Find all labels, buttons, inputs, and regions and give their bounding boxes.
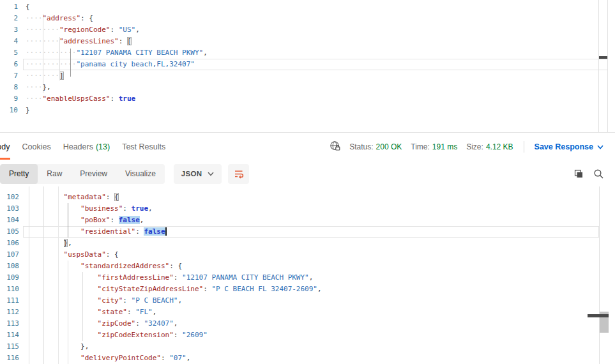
view-switcher: Pretty Raw Preview Visualize [0,164,165,184]
code-line[interactable]: 102 "metadata": { [0,192,615,203]
code-text: "zipCode": "32407", [26,319,178,328]
line-number: 7 [0,70,18,82]
wrap-text-button[interactable] [228,164,249,184]
response-toolbar: Pretty Raw Preview Visualize JSON [0,161,615,186]
code-line[interactable]: 8····}, [0,82,615,93]
line-number: 115 [0,341,19,353]
code-line[interactable]: 4········"addressLines": [ [0,36,615,47]
code-line[interactable]: 1{ [0,1,615,13]
status-badge: Status: 200 OK [349,142,402,151]
code-text: "residential": false [26,227,167,236]
code-text: ········"addressLines": [ [26,37,132,45]
time-value: 191 ms [432,142,457,151]
code-text: "state": "FL", [26,308,156,316]
line-number: 103 [0,203,19,215]
code-text: ············"12107 PANAMA CITY BEACH PKW… [26,49,208,57]
code-line[interactable]: 114 "zipCodeExtension": "2609" [0,330,615,341]
line-number: 110 [0,284,19,295]
code-text: "standardizedAddress": { [26,262,182,270]
code-text: ····}, [26,83,51,91]
code-line[interactable]: 9····"enableUspsCass": true [0,93,615,105]
line-number: 10 [0,105,18,116]
search-button[interactable] [593,169,604,179]
code-line[interactable]: 110 "cityStateZipAddressLine": "P C BEAC… [0,284,615,295]
line-number: 5 [0,47,18,59]
code-text: "uspsData": { [26,250,119,259]
line-number: 2 [0,13,18,24]
globe-lock-icon[interactable] [330,140,340,153]
code-line[interactable]: 103 "business": true, [0,203,615,215]
code-line[interactable]: 112 "state": "FL", [0,307,615,318]
size-value: 4.12 KB [486,142,513,151]
code-line[interactable]: 115 }, [0,341,615,353]
line-number: 6 [0,59,18,70]
code-line[interactable]: 7········] [0,70,615,82]
save-response-button[interactable]: Save Response [535,142,604,151]
tab-headers[interactable]: Headers(13) [63,133,110,161]
code-text: ····"enableUspsCass": true [26,95,135,103]
code-text: "zipCodeExtension": "2609" [26,331,208,339]
scrollbar-track [598,0,599,132]
code-text: ········"regionCode": "US", [26,26,140,34]
magnifier-icon [593,169,604,179]
tab-cookies[interactable]: Cookies [22,133,51,161]
copy-icon [573,169,584,179]
view-visualize[interactable]: Visualize [116,164,165,184]
code-line[interactable]: 111 "city": "P C BEACH", [0,295,615,307]
code-line[interactable]: 10} [0,105,615,116]
code-line[interactable]: 109 "firstAddressLine": "12107 PANAMA CI… [0,272,615,284]
view-raw[interactable]: Raw [38,164,71,184]
text-cursor [165,227,167,236]
code-line[interactable]: 105 "residential": false [0,226,615,238]
size-badge: Size: 4.12 KB [466,142,513,151]
code-line[interactable]: 106 }, [0,238,615,249]
code-line[interactable]: 116 "deliveryPointCode": "07", [0,353,615,364]
code-text: ········] [26,72,64,80]
status-value: 200 OK [376,142,402,151]
scrollbar-cursor-marker [599,56,607,59]
tab-headers-label: Headers [63,142,93,151]
headers-count-badge: (13) [96,142,110,151]
scrollbar-cursor-marker [588,314,609,317]
response-tabbar: Body Cookies Headers(13) Test Results St… [0,132,615,161]
copy-button[interactable] [573,169,584,179]
code-line[interactable]: 6············"panama city beach,FL,32407… [0,59,615,70]
code-line[interactable]: 107 "uspsData": { [0,249,615,261]
language-dropdown[interactable]: JSON [174,164,222,184]
line-number: 116 [0,353,19,364]
line-number: 104 [0,215,19,226]
tab-body[interactable]: Body [0,133,10,161]
response-meta: Status: 200 OK Time: 191 ms Size: 4.12 K… [330,140,615,153]
code-text: }, [26,342,89,351]
line-number: 114 [0,330,19,341]
code-text: "poBox": false, [26,216,144,224]
scrollbar-track [607,0,608,132]
line-number: 108 [0,261,19,272]
line-number: 107 [0,249,19,261]
line-number: 112 [0,307,19,318]
code-line[interactable]: 3········"regionCode": "US", [0,24,615,36]
code-line[interactable]: 113 "zipCode": "32407", [0,318,615,330]
code-text: }, [26,239,72,247]
save-response-label: Save Response [535,142,593,151]
response-tabs: Body Cookies Headers(13) Test Results [0,133,165,161]
code-line[interactable]: 5············"12107 PANAMA CITY BEACH PK… [0,47,615,59]
code-line[interactable]: 2····"address": { [0,13,615,24]
code-text: { [26,3,30,11]
chevron-down-icon [597,145,604,149]
view-preview[interactable]: Preview [71,164,116,184]
tab-test-results-label: Test Results [122,142,165,151]
code-line[interactable]: 104 "poBox": false, [0,215,615,226]
view-pretty[interactable]: Pretty [0,164,38,184]
scrollbar-track [599,186,600,364]
tab-test-results[interactable]: Test Results [122,133,165,161]
size-label: Size: [466,142,483,151]
code-line[interactable]: 108 "standardizedAddress": { [0,261,615,272]
response-body-editor[interactable]: 102 "metadata": {103 "business": true,10… [0,186,615,364]
language-dropdown-value: JSON [181,170,202,178]
line-number: 109 [0,272,19,284]
code-text: "business": true, [26,204,153,213]
code-text: "firstAddressLine": "12107 PANAMA CITY B… [26,273,313,282]
code-text: ····"address": { [26,14,93,22]
request-body-editor[interactable]: 1{2····"address": {3········"regionCode"… [0,0,615,116]
